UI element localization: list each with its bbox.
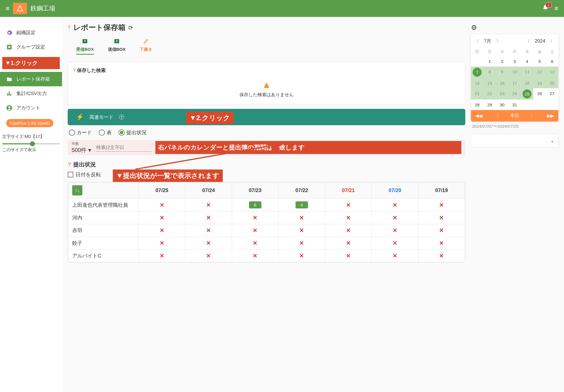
calendar-day[interactable]: 10	[508, 67, 521, 78]
calendar-day[interactable]: 30	[496, 100, 508, 110]
app-logo[interactable]	[13, 3, 27, 14]
status-cell[interactable]: ✕	[325, 212, 372, 224]
status-cell[interactable]: ✕	[325, 250, 372, 262]
next-month-icon[interactable]: 〉	[496, 39, 500, 44]
calendar-day[interactable]: 28	[471, 100, 483, 110]
count-select[interactable]: 件数 500件 ▾	[72, 141, 91, 154]
status-cell[interactable]: ✕	[185, 199, 232, 212]
today-button[interactable]: 本日	[510, 113, 519, 119]
status-cell[interactable]: ✕	[139, 250, 185, 262]
fast-mode-bar[interactable]: ⚡ 高速モード ? ▼2.クリック	[68, 109, 465, 125]
status-cell[interactable]: ✕	[185, 212, 232, 224]
status-cell[interactable]: ✕	[372, 199, 418, 212]
view-status-radio[interactable]: 提出状況	[118, 129, 147, 136]
calendar-day[interactable]: 27	[546, 88, 558, 100]
prev-icon[interactable]: 〈	[494, 113, 499, 119]
search-input[interactable]	[95, 144, 151, 152]
tab-outbox[interactable]: 送信BOX	[108, 38, 126, 55]
prev-month-icon[interactable]: 〈	[475, 39, 479, 44]
status-cell[interactable]: ✕	[372, 237, 418, 250]
help-icon[interactable]: ?	[119, 114, 124, 120]
tab-inbox[interactable]: 受信BOX	[76, 38, 94, 55]
calendar-day[interactable]: 9	[496, 67, 508, 78]
status-cell[interactable]: ✕	[232, 237, 278, 250]
status-cell[interactable]: ✕	[185, 237, 232, 250]
calendar-day[interactable]: 31	[508, 100, 521, 110]
calendar-day[interactable]: 25	[521, 88, 533, 100]
status-cell[interactable]: ✕	[139, 237, 185, 250]
status-cell[interactable]: ✕	[232, 250, 278, 262]
calendar-day[interactable]: 7	[471, 67, 483, 78]
calendar-day[interactable]: 5	[533, 56, 546, 67]
calendar-day[interactable]: 2	[496, 56, 508, 67]
sidebar-item-group-settings[interactable]: グループ設定	[0, 40, 62, 54]
status-cell[interactable]: ✕	[418, 199, 465, 212]
right-menu-icon[interactable]: ≡	[554, 5, 558, 12]
status-cell[interactable]: ✕	[325, 224, 372, 237]
status-cell[interactable]: ✕	[418, 237, 465, 250]
status-cell[interactable]: ✕	[232, 224, 278, 237]
status-cell[interactable]: ✕	[418, 212, 465, 224]
version-chip[interactable]: NipoPlus 1.63.1(web)	[6, 119, 53, 127]
notification-bell-icon[interactable]: 2	[542, 5, 549, 12]
calendar-day[interactable]: 6	[546, 56, 558, 67]
help-icon[interactable]: ?	[68, 161, 71, 168]
menu-icon[interactable]: ≡	[6, 5, 10, 12]
sidebar-item-org-settings[interactable]: 組織設定	[0, 25, 62, 40]
calendar-day[interactable]: 19	[533, 78, 546, 88]
status-cell[interactable]: ✕	[278, 224, 325, 237]
refresh-icon[interactable]: ⟳	[128, 24, 133, 31]
help-icon[interactable]: ?	[73, 68, 76, 73]
status-cell[interactable]: ✕	[185, 250, 232, 262]
view-card-radio[interactable]: カード	[69, 129, 92, 136]
fast-prev-icon[interactable]: ◀◀	[475, 113, 482, 118]
status-cell[interactable]: ✕	[139, 212, 185, 224]
calendar-day[interactable]: 16	[496, 78, 508, 88]
calendar-day[interactable]: 23	[496, 88, 508, 100]
next-year-icon[interactable]: 〉	[550, 39, 554, 44]
expand-panel-toggle[interactable]: ⌄	[471, 134, 558, 147]
status-cell[interactable]: ✕	[278, 237, 325, 250]
calendar-day[interactable]: 8	[483, 67, 496, 78]
calendar-day[interactable]: 12	[533, 67, 546, 78]
status-cell[interactable]: ✕	[278, 212, 325, 224]
status-cell[interactable]: ✕	[372, 250, 418, 262]
status-cell[interactable]: ✕	[325, 199, 372, 212]
calendar-day[interactable]: 26	[533, 88, 546, 100]
calendar-day[interactable]: 18	[521, 78, 533, 88]
calendar-day[interactable]: 22	[483, 88, 496, 100]
calendar-day[interactable]: 11	[521, 67, 533, 78]
status-cell[interactable]: ✕	[418, 224, 465, 237]
calendar-day[interactable]: 13	[546, 67, 558, 78]
calendar-day[interactable]: 20	[546, 78, 558, 88]
status-cell[interactable]: ✕	[278, 250, 325, 262]
status-cell[interactable]: ✕	[418, 250, 465, 262]
next-icon[interactable]: 〉	[530, 113, 535, 119]
sort-button[interactable]: ↑↓	[72, 185, 82, 195]
status-cell[interactable]: ✕	[372, 212, 418, 224]
calendar-day[interactable]: 15	[483, 78, 496, 88]
status-cell[interactable]: ✕	[185, 224, 232, 237]
calendar-day[interactable]: 4	[521, 56, 533, 67]
sidebar-item-account[interactable]: アカウント	[0, 101, 62, 115]
status-cell[interactable]: 6	[232, 199, 278, 212]
reverse-date-checkbox[interactable]	[68, 172, 73, 177]
prev-year-icon[interactable]: 〈	[526, 39, 530, 44]
calendar-day[interactable]: 17	[508, 78, 521, 88]
tab-draft[interactable]: 下書き	[140, 38, 152, 55]
status-cell[interactable]: ✕	[372, 224, 418, 237]
sidebar-item-report-box[interactable]: レポート保存箱	[0, 72, 62, 86]
status-cell[interactable]: ✕	[325, 237, 372, 250]
font-size-slider[interactable]	[2, 143, 60, 144]
sidebar-item-csv-export[interactable]: 集計/CSV出力	[0, 86, 62, 101]
status-cell[interactable]: ✕	[139, 199, 185, 212]
calendar-day[interactable]: 1	[483, 56, 496, 67]
calendar-day[interactable]: 21	[471, 88, 483, 100]
status-cell[interactable]: ✕	[232, 212, 278, 224]
calendar-day[interactable]: 29	[483, 100, 496, 110]
fast-next-icon[interactable]: ▶▶	[547, 113, 554, 118]
calendar-day[interactable]: 24	[508, 88, 521, 100]
status-cell[interactable]: 4	[278, 199, 325, 212]
help-icon[interactable]: ?	[68, 25, 70, 30]
status-cell[interactable]: ✕	[139, 224, 185, 237]
